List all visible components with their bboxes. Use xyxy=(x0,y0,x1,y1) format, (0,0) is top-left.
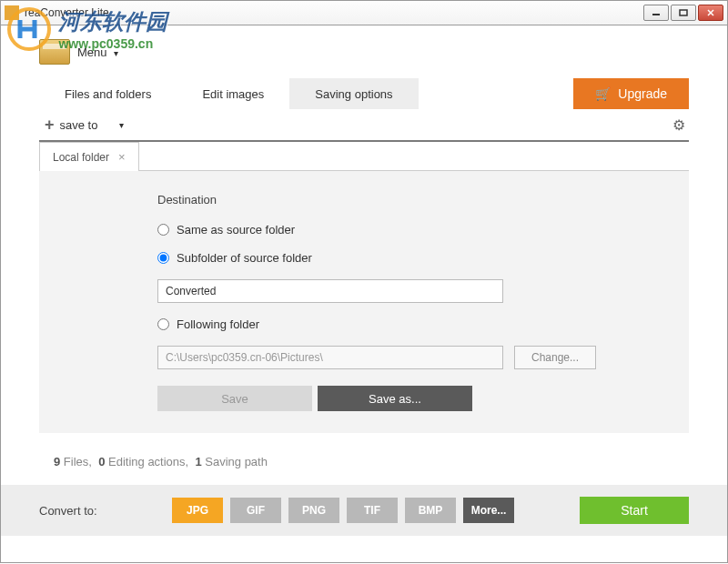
app-icon xyxy=(5,5,19,20)
subtab-local-folder[interactable]: Local folder × xyxy=(39,142,139,171)
toolbar: + save to ▾ ⚙ xyxy=(39,109,689,142)
change-button[interactable]: Change... xyxy=(514,346,596,369)
subtab-label: Local folder xyxy=(53,151,109,164)
radio-subfolder[interactable]: Subfolder of source folder xyxy=(157,251,689,265)
save-to-dropdown[interactable]: + save to ▾ xyxy=(39,112,129,138)
radio-same-source-label: Same as source folder xyxy=(177,223,295,237)
radio-same-source-input[interactable] xyxy=(157,224,169,236)
radio-following-folder[interactable]: Following folder xyxy=(157,317,689,331)
close-icon[interactable]: × xyxy=(118,150,126,164)
edit-label: Editing actions, xyxy=(108,455,188,468)
sub-tabs: Local folder × xyxy=(39,142,689,171)
menu-bar: Menu ▾ xyxy=(1,25,727,78)
status-bar: 9 Files, 0 Editing actions, 1 Saving pat… xyxy=(1,433,727,485)
tab-files-folders[interactable]: Files and folders xyxy=(39,78,177,109)
save-button[interactable]: Save xyxy=(157,386,312,411)
save-to-label: save to xyxy=(60,118,98,132)
saving-count: 1 xyxy=(195,455,201,468)
cart-icon: 🛒 xyxy=(595,86,611,101)
format-more-button[interactable]: More... xyxy=(463,498,514,523)
format-bmp-button[interactable]: BMP xyxy=(405,498,456,523)
tab-saving-options[interactable]: Saving options xyxy=(289,78,418,109)
start-button[interactable]: Start xyxy=(580,497,689,524)
svg-rect-2 xyxy=(680,10,687,15)
edit-count: 0 xyxy=(98,455,105,468)
chevron-down-icon: ▾ xyxy=(114,48,118,58)
radio-following-label: Following folder xyxy=(177,317,259,331)
close-button[interactable] xyxy=(698,5,723,21)
subfolder-name-input[interactable] xyxy=(157,279,503,303)
upgrade-button[interactable]: 🛒 Upgrade xyxy=(573,78,689,109)
window-title: reaConverter Lite xyxy=(25,6,643,19)
format-jpg-button[interactable]: JPG xyxy=(172,498,223,523)
convert-to-label: Convert to: xyxy=(39,504,172,518)
radio-same-source[interactable]: Same as source folder xyxy=(157,223,689,237)
maximize-button[interactable] xyxy=(671,5,696,21)
plus-icon: + xyxy=(45,116,55,135)
minimize-button[interactable] xyxy=(643,5,669,21)
format-gif-button[interactable]: GIF xyxy=(230,498,281,523)
destination-heading: Destination xyxy=(157,193,689,206)
radio-subfolder-input[interactable] xyxy=(157,252,169,264)
following-path-input xyxy=(157,346,503,369)
radio-following-input[interactable] xyxy=(157,318,169,330)
main-tabs: Files and folders Edit images Saving opt… xyxy=(1,78,727,109)
menu-label: Menu xyxy=(77,45,107,59)
radio-subfolder-label: Subfolder of source folder xyxy=(177,251,312,265)
titlebar: reaConverter Lite xyxy=(0,0,728,25)
save-as-button[interactable]: Save as... xyxy=(318,386,472,411)
format-png-button[interactable]: PNG xyxy=(288,498,339,523)
files-label: Files, xyxy=(64,455,92,468)
footer: Convert to: JPG GIF PNG TIF BMP More... … xyxy=(1,485,727,536)
menu-folder-icon xyxy=(39,39,70,65)
gear-icon: ⚙ xyxy=(672,117,685,133)
upgrade-label: Upgrade xyxy=(618,86,667,101)
destination-panel: Destination Same as source folder Subfol… xyxy=(39,171,689,433)
format-tif-button[interactable]: TIF xyxy=(347,498,398,523)
saving-label: Saving path xyxy=(205,455,268,468)
tab-edit-images[interactable]: Edit images xyxy=(177,78,289,109)
menu-button[interactable]: Menu ▾ xyxy=(77,45,118,59)
settings-button[interactable]: ⚙ xyxy=(669,113,689,137)
chevron-down-icon: ▾ xyxy=(119,120,124,130)
files-count: 9 xyxy=(54,455,60,468)
